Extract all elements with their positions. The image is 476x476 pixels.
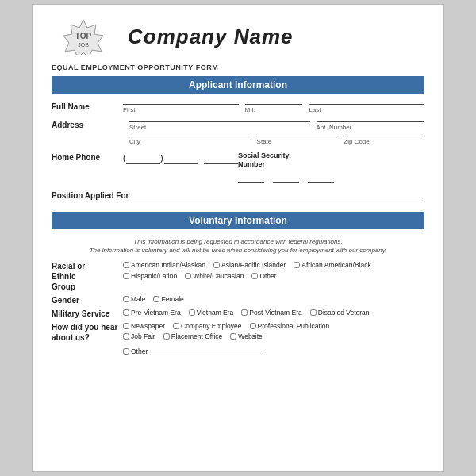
hear-check-website[interactable] — [230, 333, 236, 340]
phone-close-paren: ) — [160, 154, 163, 164]
military-disabled[interactable]: Disabled Veteran — [310, 309, 370, 317]
address-city-row: City State Zip Code — [52, 136, 424, 145]
gender-female-check[interactable] — [153, 296, 159, 302]
city-wrap: City — [129, 136, 251, 145]
phone-ssn-row: Home Phone ( ) - Social Security Number … — [52, 152, 424, 183]
apt-wrap: Apt. Number — [317, 121, 425, 131]
hear-check-jobfair[interactable] — [123, 333, 129, 340]
racial-check-4[interactable] — [185, 273, 191, 279]
phone-prefix-field[interactable] — [164, 152, 198, 164]
last-label: Last — [309, 106, 424, 113]
military-check-0[interactable] — [123, 309, 129, 316]
svg-text:TOP: TOP — [75, 32, 92, 40]
military-check-3[interactable] — [310, 309, 317, 316]
position-row: Position Applied For — [52, 190, 424, 202]
racial-item-0[interactable]: American Indian/Alaskan — [123, 261, 205, 269]
hear-check-newspaper[interactable] — [123, 323, 129, 329]
phone-open-paren: ( — [123, 154, 125, 164]
ssn-label: Social Security Number — [238, 152, 290, 169]
page: TOP JOB Company Name EQUAL EMPLOYMENT OP… — [32, 4, 444, 472]
gender-items: Male Female — [123, 295, 424, 303]
city-label: City — [129, 138, 251, 145]
full-name-fields: First M.I. Last — [123, 104, 424, 113]
street-wrap: Street — [129, 121, 310, 131]
ssn-part1-field[interactable] — [238, 171, 264, 183]
mi-wrap: M.I. — [245, 104, 303, 113]
mi-field[interactable] — [245, 104, 303, 105]
hear-check-employee[interactable] — [173, 323, 179, 329]
mi-label: M.I. — [245, 106, 303, 113]
phone-col: Home Phone ( ) - — [52, 152, 238, 164]
hear-placement[interactable]: Placement Office — [163, 332, 223, 340]
ssn-dash1: - — [267, 173, 270, 183]
hear-row1: Newspaper Company Employee Professional … — [123, 322, 424, 330]
ssn-part3-field[interactable] — [308, 171, 334, 183]
hear-check-placement[interactable] — [163, 333, 170, 340]
other-field[interactable] — [151, 344, 262, 355]
ssn-dash2: - — [302, 173, 305, 183]
phone-area-field[interactable] — [126, 152, 160, 164]
applicant-section-bar: Applicant Information — [52, 76, 424, 94]
state-wrap: State — [257, 136, 338, 145]
city-field[interactable] — [129, 136, 251, 136]
military-previetnam[interactable]: Pre-Vietnam Era — [123, 309, 181, 317]
racial-check-2[interactable] — [294, 262, 300, 268]
gender-male[interactable]: Male — [123, 295, 145, 303]
logo: TOP JOB — [52, 17, 115, 56]
eeo-title: EQUAL EMPLOYMENT OPPORTUNITY FORM — [52, 63, 424, 71]
address-label: Address — [52, 121, 88, 131]
racial-item-3[interactable]: Hispanic/Latino — [123, 272, 177, 280]
last-name-field[interactable] — [309, 104, 424, 105]
gender-row: Gender Male Female — [52, 295, 424, 305]
other-line: Other — [123, 344, 424, 355]
hear-check-other[interactable] — [123, 348, 129, 355]
hear-other[interactable]: Other — [123, 347, 148, 355]
state-label: State — [257, 138, 338, 145]
gender-label: Gender — [52, 295, 123, 305]
racial-item-4[interactable]: White/Caucasian — [185, 272, 244, 280]
zip-wrap: Zip Code — [344, 136, 424, 145]
hear-employee[interactable]: Company Employee — [173, 322, 242, 330]
apt-label: Apt. Number — [317, 124, 425, 131]
racial-item-2[interactable]: African American/Black — [294, 261, 370, 269]
apt-field[interactable] — [317, 121, 425, 122]
company-name: Company Name — [128, 25, 294, 49]
military-check-1[interactable] — [189, 309, 195, 316]
first-label: First — [123, 106, 239, 113]
racial-item-1[interactable]: Asian/Pacific Islander — [213, 261, 286, 269]
full-name-label: Full Name — [52, 102, 123, 113]
position-field[interactable] — [133, 190, 424, 202]
state-field[interactable] — [257, 136, 338, 136]
hear-jobfair[interactable]: Job Fair — [123, 332, 155, 340]
military-vietnam[interactable]: Vietnam Era — [189, 309, 234, 317]
zip-label: Zip Code — [344, 138, 424, 145]
racial-check-5[interactable] — [251, 273, 258, 279]
last-name-wrap: Last — [309, 104, 424, 113]
phone-number-field[interactable] — [204, 152, 238, 164]
racial-item-5[interactable]: Other — [251, 272, 276, 280]
hear-newspaper[interactable]: Newspaper — [123, 322, 165, 330]
gender-female[interactable]: Female — [153, 295, 183, 303]
first-name-field[interactable] — [123, 104, 239, 105]
racial-check-1[interactable] — [213, 262, 220, 268]
racial-check-3[interactable] — [123, 273, 129, 279]
voluntary-section-bar: Voluntary Information — [52, 212, 424, 229]
ssn-fields: - - — [238, 171, 334, 183]
racial-check-0[interactable] — [123, 262, 129, 268]
street-field[interactable] — [129, 121, 310, 122]
gender-male-check[interactable] — [123, 296, 129, 302]
position-label: Position Applied For — [52, 190, 133, 202]
zip-field[interactable] — [344, 136, 424, 136]
first-name-wrap: First — [123, 104, 239, 113]
street-label: Street — [129, 124, 310, 131]
hear-check-publication[interactable] — [250, 323, 256, 329]
ssn-part2-field[interactable] — [273, 171, 299, 183]
hear-row: How did you hear about us? Newspaper Com… — [52, 322, 424, 355]
racial-row: Racial or Ethnic Group American Indian/A… — [52, 261, 424, 292]
military-check-2[interactable] — [241, 309, 248, 316]
hear-website[interactable]: Website — [230, 332, 263, 340]
hear-publication[interactable]: Professional Publication — [250, 322, 330, 330]
military-postvietnam[interactable]: Post-Vietnam Era — [241, 309, 301, 317]
header: TOP JOB Company Name — [52, 17, 424, 56]
home-phone-label: Home Phone — [52, 152, 123, 164]
